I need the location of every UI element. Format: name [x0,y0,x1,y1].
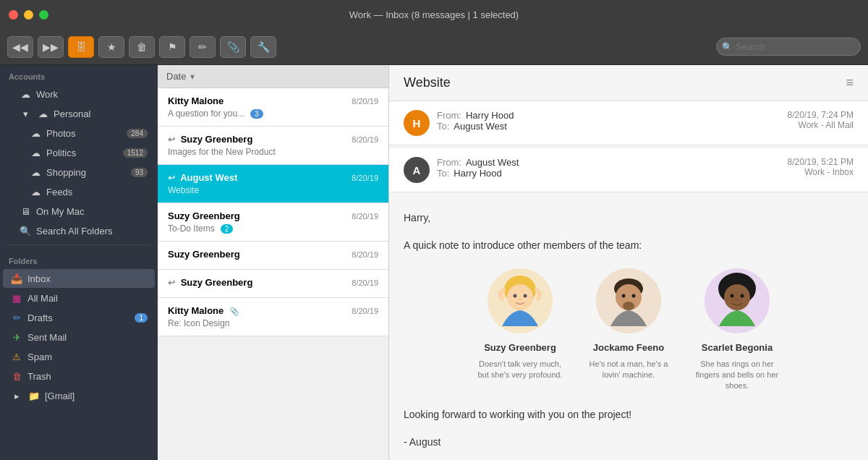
email-sender: ↩ August West [168,172,237,183]
flag-button[interactable]: ⚑ [159,36,185,58]
sidebar-item-inbox[interactable]: 📥 Inbox [3,269,155,288]
drafts-icon: ✏ [10,311,23,324]
email-item-active[interactable]: ↩ August West 8/20/19 Website [158,165,388,203]
email-message-header-2: A From: August West To: Harry Hood 8/20/… [389,148,868,192]
avatar: H [404,110,430,136]
team-member-suzy: Suzy Greenberg Doesn't talk very much, b… [477,268,563,392]
email-date: 8/20/19 [352,250,378,259]
scarlet-avatar-svg [705,268,770,333]
email-sender: ↩ Suzy Greenberg [168,277,252,288]
member-avatar [596,268,661,333]
search-input[interactable] [716,38,861,56]
back-button[interactable]: ◀◀ [7,36,33,58]
reply-icon: ↩ [168,135,175,145]
sidebar-item-label: Spam [27,352,148,362]
main-layout: Accounts ☁ Work ▾ ☁ Personal ☁ Photos 28… [0,65,868,460]
accounts-label: Accounts [0,65,158,84]
sidebar-item-personal[interactable]: ▾ ☁ Personal [3,104,155,123]
member-desc: She has rings on her fingers and bells o… [694,359,780,392]
sidebar-item-sent-mail[interactable]: ✈ Sent Mail [3,328,155,346]
attachment-button[interactable]: 📎 [220,36,246,58]
inbox-icon: 📥 [10,272,23,285]
maximize-button[interactable] [39,10,48,20]
email-detail-body: H From: Harry Hood To: August West 8/20/… [389,101,868,460]
email-item[interactable]: Suzy Greenberg 8/20/19 To-Do Items 2 [158,203,388,242]
email-menu-icon[interactable]: ≡ [846,75,854,90]
suzy-avatar-svg [488,268,553,333]
delete-button[interactable]: 🗑 [129,36,155,58]
email-preview: Website [168,185,378,195]
spam-icon: ⚠ [10,350,23,363]
titlebar: Work — Inbox (8 messages | 1 selected) [0,0,868,29]
to-label: To: [437,168,449,179]
svg-point-14 [731,294,734,297]
email-to-line: To: August West [437,121,780,132]
sidebar-item-feeds[interactable]: ☁ Feeds [3,182,155,201]
team-member-scarlet: Scarlet Begonia She has rings on her fin… [694,268,780,392]
email-item[interactable]: Kitty Malone 📎 8/20/19 Re: Icon Design [158,298,388,336]
to-label: To: [437,121,449,132]
sidebar-item-spam[interactable]: ⚠ Spam [3,347,155,366]
sidebar-item-photos[interactable]: ☁ Photos 284 [3,124,155,142]
email-item[interactable]: Suzy Greenberg 8/20/19 [158,242,388,270]
member-desc: He's not a man, he's a lovin' machine. [585,359,672,381]
sort-arrow-icon[interactable]: ▾ [190,72,195,82]
minimize-button[interactable] [24,10,33,20]
email-header-row: ↩ Suzy Greenberg 8/20/19 [168,134,378,145]
email-timestamp-2: 8/20/19, 5:21 PM [788,157,854,167]
member-desc: Doesn't talk very much, but she's very p… [477,359,563,381]
sidebar-item-trash[interactable]: 🗑 Trash [3,367,155,386]
email-item[interactable]: ↩ Suzy Greenberg 8/20/19 Images for the … [158,127,388,165]
email-timestamp: 8/20/19, 7:24 PM [788,110,854,120]
body-greeting: Harry, [404,210,854,226]
search-icon: 🔍 [19,224,32,237]
sidebar-item-search-all[interactable]: 🔍 Search All Folders [3,221,155,240]
email-list: Date ▾ Kitty Malone 8/20/19 A question f… [158,65,389,460]
cloud-icon: ☁ [29,166,42,179]
compose-button[interactable]: ✏ [190,36,216,58]
chevron-down-icon: ▾ [19,107,32,120]
search-container: 🔍 [716,38,861,56]
cloud-icon: ☁ [36,107,49,120]
sidebar-item-gmail[interactable]: ▸ 📁 [Gmail] [3,386,155,405]
from-label: From: [437,157,461,168]
all-mail-icon: ▦ [10,291,23,304]
sidebar-item-label: Personal [54,108,148,119]
unread-badge: 1 [135,313,148,323]
star-button[interactable]: ★ [98,36,124,58]
email-date: 8/20/19 [352,307,378,315]
sidebar-item-label: Photos [46,128,127,139]
search-icon: 🔍 [722,42,733,52]
unread-badge: 3 [250,109,263,119]
email-folder: Work - All Mail [788,120,854,130]
close-button[interactable] [9,10,18,20]
from-value: August West [466,157,519,168]
sidebar-item-all-mail[interactable]: ▦ All Mail [3,289,155,307]
folder-icon: 📁 [27,389,41,402]
from-label: From: [437,110,461,121]
svg-point-8 [622,294,626,297]
folders-label: Folders [0,250,158,268]
sidebar-item-label: [Gmail] [45,391,148,401]
attachment-icon: 📎 [229,307,239,315]
to-value: August West [454,121,506,132]
unread-badge: 93 [131,168,148,177]
email-date: 8/20/19 [352,278,378,287]
archive-button[interactable]: 🗄 [68,36,94,58]
sidebar-item-work[interactable]: ☁ Work [3,85,155,103]
email-item[interactable]: Kitty Malone 8/20/19 A question for you.… [158,88,388,127]
sidebar-item-politics[interactable]: ☁ Politics 1512 [3,143,155,162]
email-meta: From: Harry Hood To: August West [437,110,780,132]
sidebar-item-drafts[interactable]: ✏ Drafts 1 [3,308,155,327]
window-controls [9,10,48,20]
email-item[interactable]: ↩ Suzy Greenberg 8/20/19 [158,270,388,298]
body-closing: Looking forward to working with you on t… [404,406,854,422]
svg-point-3 [514,294,517,297]
from-value: Harry Hood [466,110,514,121]
forward-button[interactable]: ▶▶ [38,36,64,58]
plugin-button[interactable]: 🔧 [250,36,276,58]
sidebar-item-shopping[interactable]: ☁ Shopping 93 [3,163,155,182]
reply-icon: ↩ [168,173,175,183]
sidebar-item-on-my-mac[interactable]: 🖥 On My Mac [3,202,155,221]
email-folder-2: Work - Inbox [788,167,854,177]
